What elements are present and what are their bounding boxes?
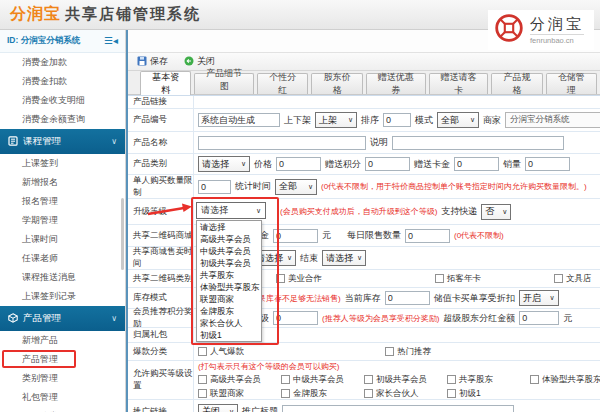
hot-category-checkbox[interactable]: 人气爆款 xyxy=(198,346,381,358)
discount-select[interactable]: 开启∨ xyxy=(519,290,559,306)
chevron-down-icon: ∨ xyxy=(357,254,362,262)
dropdown-option[interactable]: 共享股东 xyxy=(197,269,261,281)
level-checkbox[interactable]: 体验型共享股东 xyxy=(530,374,600,386)
sidebar-section-products[interactable]: 产品管理 ∨ xyxy=(0,306,125,331)
save-button[interactable]: 保存 xyxy=(137,55,168,68)
express-select[interactable]: 否∨ xyxy=(481,204,511,220)
tab-detail-images[interactable]: 产品细节图(500*500) xyxy=(194,73,254,94)
sidebar-item[interactable]: 消费金余额查询 xyxy=(0,110,125,129)
checkbox-icon[interactable] xyxy=(276,274,285,283)
sidebar-item[interactable]: 类别管理 xyxy=(0,369,125,388)
sidebar-item[interactable]: 新增报名 xyxy=(0,173,125,192)
tab-gift-treat-card[interactable]: 赠送请客卡 xyxy=(429,73,489,94)
sidebar-item[interactable]: 上课签到记录 xyxy=(0,287,125,306)
sort-input[interactable] xyxy=(383,113,411,127)
row-product-category: 产品类别 请选择∨ 价格 赠送积分 赠送卡金 销量 xyxy=(128,154,600,175)
dropdown-option[interactable]: 高级共享会员 xyxy=(197,233,261,245)
upgrade-level-select[interactable]: 请选择 ∨ xyxy=(196,202,266,219)
sell-end-select[interactable]: 请选择∨ xyxy=(322,250,366,266)
sidebar-item[interactable]: 消费金扣款 xyxy=(0,72,125,91)
dropdown-option[interactable]: 联盟商家 xyxy=(197,293,261,305)
super-dividend-input[interactable] xyxy=(519,311,559,325)
price-input[interactable] xyxy=(276,157,321,171)
qr-type-checkbox[interactable]: 美业合作 xyxy=(276,273,431,285)
daily-limit-input[interactable] xyxy=(405,229,450,243)
sidebar-item[interactable]: 上课时间 xyxy=(0,230,125,249)
hot-category-checkbox[interactable]: 热门推荐 xyxy=(385,346,431,358)
promo-switch-select[interactable]: 关闭∨ xyxy=(198,404,238,412)
tab-shareholder-price[interactable]: 股东价格 xyxy=(311,73,362,94)
sales-input[interactable] xyxy=(525,157,570,171)
checkbox-icon[interactable] xyxy=(435,274,444,283)
checkbox-icon[interactable] xyxy=(281,375,290,384)
dropdown-option[interactable]: 金牌股东 xyxy=(197,305,261,317)
sidebar-item[interactable]: 爆款分类(600*170) xyxy=(0,407,125,412)
tab-gift-coupon[interactable]: 赠送优惠券 xyxy=(366,73,426,94)
checkbox-icon[interactable] xyxy=(198,347,207,356)
product-name-input[interactable] xyxy=(198,136,366,150)
gift-points-input[interactable] xyxy=(365,157,410,171)
merchant-select[interactable]: 分润宝分销系统▾ xyxy=(505,112,600,128)
sidebar-item[interactable]: 课程推送消息 xyxy=(0,268,125,287)
sidebar-scrollbar[interactable] xyxy=(121,198,124,270)
checkbox-icon[interactable] xyxy=(385,347,394,356)
checkbox-icon[interactable] xyxy=(198,389,207,398)
checkbox-icon[interactable] xyxy=(281,389,290,398)
brand-name: 分润宝 xyxy=(10,4,61,25)
menu-collapse-icon[interactable]: ☰◂ xyxy=(104,36,118,46)
stat-time-select[interactable]: 全部∨ xyxy=(275,179,317,195)
level-checkbox[interactable]: 金牌股东 xyxy=(281,388,360,400)
checkbox-icon[interactable] xyxy=(530,375,539,384)
level-checkbox[interactable]: 初级共享会员 xyxy=(364,374,443,386)
sidebar-item[interactable]: 礼包管理 xyxy=(0,388,125,407)
checkbox-icon[interactable] xyxy=(447,375,456,384)
sidebar-section-courses[interactable]: 课程管理 ∨ xyxy=(0,129,125,154)
level-checkbox[interactable]: 初级1 xyxy=(447,388,526,400)
level-checkbox[interactable]: 家长合伙人 xyxy=(364,388,443,400)
sidebar-group-consume: 消费金加款消费金扣款消费金收支明细消费金余额查询 xyxy=(0,53,125,129)
checkbox-icon[interactable] xyxy=(198,375,207,384)
sidebar-item[interactable]: 任课老师 xyxy=(0,249,125,268)
product-icon xyxy=(8,313,18,325)
qr-mall-amount-input[interactable] xyxy=(273,229,318,243)
dropdown-option[interactable]: 中级共享会员 xyxy=(197,245,261,257)
checkbox-icon[interactable] xyxy=(364,389,373,398)
dropdown-option[interactable]: 初级共享会员 xyxy=(197,257,261,269)
level-checkbox[interactable]: 共享股东 xyxy=(447,374,526,386)
dropdown-option[interactable]: 请选择 xyxy=(197,221,261,233)
sidebar-item[interactable]: 消费金收支明细 xyxy=(0,91,125,110)
level-checkbox[interactable]: 高级共享会员 xyxy=(198,374,277,386)
purchase-limit-input[interactable] xyxy=(198,180,231,194)
level-checkbox[interactable]: 中级共享会员 xyxy=(281,374,360,386)
level-checkbox[interactable]: 联盟商家 xyxy=(198,388,277,400)
qr-type-checkbox[interactable]: 文具店 xyxy=(554,273,592,285)
dropdown-option[interactable]: 初级1 xyxy=(197,329,261,341)
sidebar-item-product-management[interactable]: 产品管理 xyxy=(0,350,125,369)
dropdown-option[interactable]: 体验型共享股东 xyxy=(197,281,261,293)
promo-title-input[interactable] xyxy=(282,405,514,412)
mode-select[interactable]: 全部∨ xyxy=(437,112,479,128)
current-stock-input[interactable] xyxy=(385,291,430,305)
product-number-input[interactable] xyxy=(198,113,280,127)
checkbox-icon[interactable] xyxy=(554,274,563,283)
tab-basic-info[interactable]: 基本资料 xyxy=(140,71,191,95)
reward-points-input[interactable] xyxy=(273,311,318,325)
gift-card-amount-input[interactable] xyxy=(454,157,499,171)
sidebar-item[interactable]: 上课签到 xyxy=(0,154,125,173)
dropdown-option[interactable]: 家长合伙人 xyxy=(197,317,261,329)
checkbox-icon[interactable] xyxy=(364,375,373,384)
save-disk-icon xyxy=(137,56,147,68)
shelf-status-select[interactable]: 上架∨ xyxy=(315,112,357,128)
description-input[interactable] xyxy=(392,136,564,150)
tab-warehouse[interactable]: 仓储管理 xyxy=(546,73,597,94)
logo-name: 分润宝 xyxy=(530,15,584,34)
checkbox-icon[interactable] xyxy=(447,389,456,398)
qr-type-checkbox[interactable]: 拓客年卡 xyxy=(435,273,550,285)
sidebar-item[interactable]: 报名管理 xyxy=(0,192,125,211)
tab-product-spec[interactable]: 产品规格 xyxy=(491,73,542,94)
category-select[interactable]: 请选择∨ xyxy=(198,156,250,172)
sidebar-item[interactable]: 新增产品 xyxy=(0,331,125,350)
tab-custom-dividend[interactable]: 个性分红 xyxy=(257,73,308,94)
sidebar-item[interactable]: 消费金加款 xyxy=(0,53,125,72)
sidebar-item[interactable]: 学期管理 xyxy=(0,211,125,230)
